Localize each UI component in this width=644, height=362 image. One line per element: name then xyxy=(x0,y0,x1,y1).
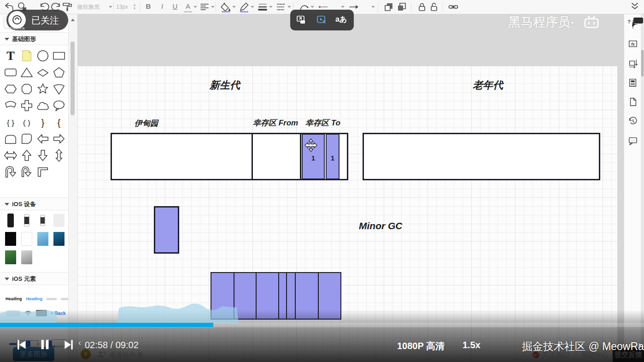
device-img-mono[interactable] xyxy=(18,248,35,267)
font-size-stepper[interactable]: ▲▼ xyxy=(133,3,136,11)
history-icon[interactable] xyxy=(628,116,638,126)
eden-label[interactable]: 伊甸园 xyxy=(135,118,158,129)
shape-arrow-up[interactable] xyxy=(18,147,35,164)
shape-brace-pair[interactable]: { } xyxy=(2,114,18,131)
invite-icon[interactable] xyxy=(97,350,106,359)
device-img-leaf[interactable] xyxy=(2,248,18,267)
shape-text[interactable]: T xyxy=(2,47,18,64)
page-icon[interactable] xyxy=(628,97,638,107)
resize-icon[interactable] xyxy=(628,58,638,68)
old-gen-box[interactable] xyxy=(363,133,600,180)
outline-icon[interactable] xyxy=(628,77,638,88)
device-blank[interactable] xyxy=(51,211,67,230)
object-block[interactable] xyxy=(154,206,179,254)
next-button[interactable] xyxy=(63,338,76,351)
align-icon[interactable] xyxy=(199,1,210,12)
device-iphone-white-2[interactable] xyxy=(35,211,51,230)
help-badge[interactable]: ? xyxy=(626,18,632,25)
survivor-cell[interactable]: 1 xyxy=(326,134,340,179)
shape-arrow-up-down[interactable] xyxy=(51,147,67,164)
send-backward-icon[interactable] xyxy=(396,1,407,12)
device-iphone-white[interactable] xyxy=(18,211,35,230)
collapse-left-icon[interactable]: ‹ xyxy=(78,338,81,348)
scrollbar-thumb[interactable] xyxy=(70,42,75,115)
italic-button[interactable]: I xyxy=(158,2,167,10)
speed-button[interactable]: 1.5x xyxy=(463,340,480,350)
unlock-icon[interactable] xyxy=(428,1,439,12)
lock-icon[interactable] xyxy=(416,1,427,12)
collapse-toolbar-icon[interactable] xyxy=(629,1,640,12)
connector-caret-icon[interactable] xyxy=(310,6,314,8)
section-ios-devices[interactable]: iOS 设备 xyxy=(0,197,68,210)
device-img-ocean[interactable] xyxy=(51,230,67,248)
heading-sample-blue[interactable]: Heading xyxy=(26,297,43,301)
line-start-caret-icon[interactable] xyxy=(341,6,345,8)
eden-box[interactable] xyxy=(111,133,253,180)
survivor-from-label[interactable]: 幸存区 From xyxy=(253,118,298,128)
old-gen-label[interactable]: 老年代 xyxy=(473,78,503,92)
line-style-caret-icon[interactable] xyxy=(287,6,291,8)
shape-triangle[interactable] xyxy=(18,64,35,81)
invite-collaborator-link[interactable]: 邀请协作者 xyxy=(109,350,143,359)
shape-star[interactable] xyxy=(35,81,51,97)
shape-speech-bubble[interactable] xyxy=(51,97,67,114)
comment-icon[interactable]: … xyxy=(628,136,638,146)
bold-button[interactable]: B xyxy=(144,2,153,10)
shape-cloud[interactable] xyxy=(35,97,51,114)
line-end-caret-icon[interactable] xyxy=(371,6,375,8)
device-black-screen[interactable] xyxy=(2,230,18,248)
shape-octagon[interactable] xyxy=(18,81,35,97)
follow-chip[interactable]: 已关注 黑马程序员 xyxy=(6,10,68,30)
shape-arrow-left[interactable] xyxy=(35,131,51,147)
shape-corner-line[interactable] xyxy=(35,164,51,180)
shape-u-turn-arrow-2[interactable] xyxy=(18,164,35,180)
line-width-icon[interactable] xyxy=(257,1,268,12)
progress-bar[interactable] xyxy=(0,323,213,327)
ai-video-icon[interactable] xyxy=(316,14,327,25)
font-caret-icon[interactable] xyxy=(109,6,112,8)
format-painter-icon[interactable] xyxy=(62,1,73,12)
expand-right-icon[interactable]: › xyxy=(638,340,641,350)
font-color-caret-icon[interactable] xyxy=(193,6,197,8)
shape-round-top-rect[interactable] xyxy=(2,131,18,147)
line-width-caret-icon[interactable] xyxy=(269,6,273,8)
shape-paren-pair[interactable]: ( ) xyxy=(18,114,35,131)
text-placeholder[interactable] xyxy=(61,298,68,300)
shape-rectangle[interactable] xyxy=(51,47,67,64)
scrollbar-thumb[interactable] xyxy=(641,50,644,77)
shape-rounded-rectangle[interactable] xyxy=(2,64,18,81)
pause-button[interactable] xyxy=(39,337,51,352)
device-white-screen[interactable] xyxy=(18,230,35,248)
shape-diamond[interactable] xyxy=(35,64,51,81)
shape-circle[interactable] xyxy=(35,47,51,64)
shape-pentagon[interactable] xyxy=(51,64,67,81)
shape-blob[interactable] xyxy=(18,131,35,147)
line-color-caret-icon[interactable] xyxy=(251,6,254,8)
shape-left-brace[interactable]: { xyxy=(51,114,67,131)
shape-sector[interactable] xyxy=(51,81,67,97)
shape-sticky-note[interactable] xyxy=(18,47,35,64)
survivor-to-label[interactable]: 幸存区 To xyxy=(305,118,340,128)
underline-button[interactable]: U xyxy=(170,2,180,10)
section-basic-shapes[interactable]: 基础图形 xyxy=(0,32,68,45)
picture-in-picture-icon[interactable] xyxy=(296,14,307,25)
bring-forward-icon[interactable] xyxy=(383,1,394,12)
translate-icon[interactable]: aあ xyxy=(335,15,347,24)
font-family-select[interactable]: 微软雅黑 xyxy=(77,2,108,12)
minor-gc-label[interactable]: Minor GC xyxy=(359,220,403,231)
shape-arrow-right[interactable] xyxy=(51,131,67,147)
shape-arc-band[interactable] xyxy=(2,97,18,114)
font-color-button[interactable]: A xyxy=(183,2,193,10)
shape-cross[interactable] xyxy=(18,97,35,114)
align-caret-icon[interactable] xyxy=(211,6,215,8)
device-iphone-black[interactable] xyxy=(2,211,18,230)
quality-button[interactable]: 1080P 高清 xyxy=(397,340,445,352)
section-ios-elements[interactable]: iOS 元素 xyxy=(0,272,68,285)
link-icon[interactable] xyxy=(448,1,459,12)
fill-caret-icon[interactable] xyxy=(232,6,236,8)
line-style-icon[interactable] xyxy=(275,1,287,12)
font-size-select[interactable]: 13px xyxy=(116,2,132,12)
fx-icon[interactable]: fx xyxy=(628,39,638,49)
text-placeholder[interactable] xyxy=(47,298,57,300)
scroll-up-icon[interactable] xyxy=(71,18,75,21)
